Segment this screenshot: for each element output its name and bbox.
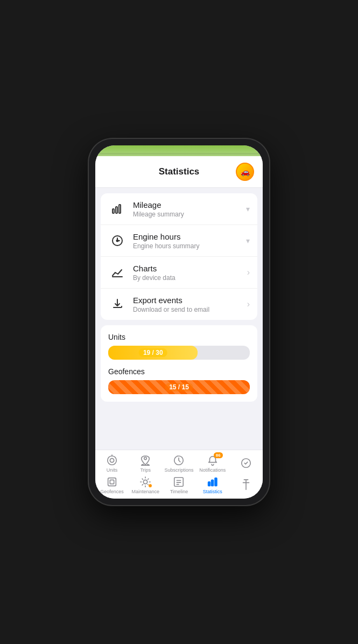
geofences-label: Geofences: [108, 367, 250, 376]
svg-point-17: [144, 480, 148, 484]
menu-section: Mileage Mileage summary ▾: [101, 193, 257, 320]
menu-item-engine-hours[interactable]: Engine hours Engine hours summary ▾: [101, 225, 257, 257]
export-events-arrow-icon: ›: [247, 299, 250, 309]
svg-rect-18: [174, 478, 184, 487]
nav-item-geofences[interactable]: Geofences: [95, 474, 129, 495]
nav-item-units[interactable]: Units: [95, 452, 129, 474]
units-progress-fill: 19 / 30: [108, 346, 198, 360]
avatar-icon: 🚗: [241, 167, 250, 176]
mileage-subtitle: Mileage summary: [133, 211, 246, 218]
mileage-title: Mileage: [133, 200, 246, 209]
engine-hours-text: Engine hours Engine hours summary: [133, 232, 246, 250]
engine-hours-title: Engine hours: [133, 232, 246, 241]
menu-item-export-events[interactable]: Export events Download or send to email …: [101, 289, 257, 320]
nav-label-subscriptions: Subscriptions: [164, 467, 193, 473]
stats-section: Units 19 / 30 Geofences 15 / 15: [101, 325, 257, 402]
notifications-badge: 86: [214, 452, 223, 458]
main-content: Mileage Mileage summary ▾: [95, 188, 263, 450]
nav-item-more[interactable]: [229, 452, 263, 474]
nav-item-notifications[interactable]: 86 Notifications: [196, 452, 229, 474]
nav-item-statistics[interactable]: Statistics: [196, 474, 229, 495]
nav-label-trips: Trips: [140, 467, 151, 473]
charts-text: Charts By device data: [133, 264, 245, 282]
engine-hours-subtitle: Engine hours summary: [133, 242, 246, 250]
nav-label-statistics: Statistics: [203, 489, 222, 494]
charts-arrow-icon: ›: [247, 268, 250, 277]
nav-item-trips[interactable]: Trips: [129, 452, 162, 474]
export-events-subtitle: Download or send to email: [133, 306, 245, 313]
nav-label-timeline: Timeline: [170, 489, 188, 494]
menu-item-mileage[interactable]: Mileage Mileage summary ▾: [101, 193, 257, 225]
export-events-title: Export events: [133, 296, 245, 305]
menu-item-charts[interactable]: Charts By device data ›: [101, 257, 257, 289]
svg-point-7: [117, 240, 118, 242]
nav-label-notifications: Notifications: [199, 467, 226, 473]
geofences-progress-label: 15 / 15: [165, 383, 193, 391]
bottom-navigation: Units Trips: [95, 450, 263, 499]
nav-row-bottom: Geofences Maintenance: [95, 474, 263, 495]
nav-label-maintenance: Maintenance: [132, 489, 160, 494]
units-progress-container: 19 / 30: [108, 346, 250, 360]
nav-item-timeline[interactable]: Timeline: [162, 474, 195, 495]
nav-item-pin[interactable]: [229, 474, 263, 495]
maintenance-dot: [148, 484, 152, 488]
svg-rect-15: [108, 478, 116, 486]
avatar-button[interactable]: 🚗: [236, 163, 254, 181]
svg-rect-16: [110, 480, 114, 484]
engine-hours-chevron-icon: ▾: [246, 236, 250, 245]
export-events-icon: [108, 295, 127, 313]
svg-point-11: [144, 457, 147, 460]
nav-row-top: Units Trips: [95, 452, 263, 474]
export-events-text: Export events Download or send to email: [133, 296, 245, 313]
svg-rect-2: [119, 205, 121, 213]
svg-rect-22: [208, 482, 210, 486]
svg-rect-23: [211, 480, 213, 486]
svg-rect-24: [215, 478, 217, 486]
page-title: Statistics: [122, 166, 236, 177]
charts-subtitle: By device data: [133, 274, 245, 282]
svg-point-9: [108, 456, 117, 465]
nav-label-units: Units: [107, 467, 118, 473]
map-strip: [95, 145, 263, 156]
svg-rect-0: [113, 209, 114, 213]
notifications-badge-wrapper: 86: [207, 454, 219, 466]
mileage-icon: [108, 200, 127, 218]
charts-title: Charts: [133, 264, 245, 273]
engine-hours-icon: [108, 232, 127, 250]
units-progress-label: 19 / 30: [139, 348, 167, 357]
svg-point-8: [110, 458, 114, 462]
maintenance-badge-wrapper: [139, 476, 151, 488]
geofences-progress-fill: 15 / 15: [108, 380, 250, 394]
svg-rect-1: [116, 207, 117, 213]
geofences-progress-container: 15 / 15: [108, 380, 250, 394]
nav-item-subscriptions[interactable]: Subscriptions: [162, 452, 195, 474]
units-label: Units: [108, 333, 250, 341]
mileage-chevron-icon: ▾: [246, 205, 250, 213]
header: Statistics 🚗: [95, 156, 263, 188]
nav-label-geofences: Geofences: [100, 489, 124, 494]
mileage-text: Mileage Mileage summary: [133, 200, 246, 218]
nav-item-maintenance[interactable]: Maintenance: [129, 474, 162, 495]
charts-icon: [108, 263, 127, 282]
